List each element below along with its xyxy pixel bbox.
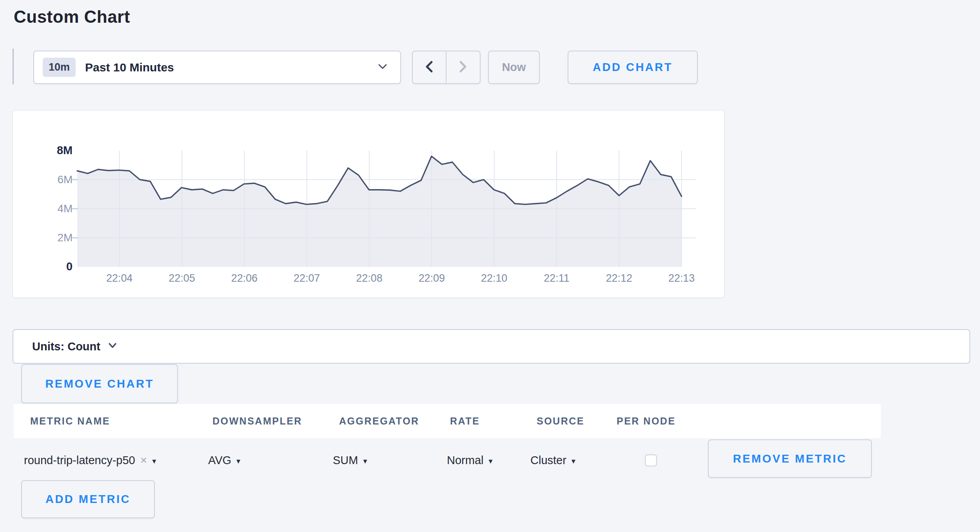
- per-node-cell: [645, 438, 657, 482]
- x-axis-tick-label: 22:04: [106, 272, 132, 284]
- y-axis-tick-label: 8M: [57, 144, 73, 157]
- x-axis-tick-label: 22:10: [481, 272, 507, 284]
- y-axis-tick-label: 4M: [57, 202, 73, 215]
- chevron-down-icon: [377, 63, 388, 72]
- remove-chart-button[interactable]: REMOVE CHART: [21, 364, 178, 403]
- column-header-downsampler: DOWNSAMPLER: [212, 404, 302, 438]
- dropdown-arrow-icon: ▾: [236, 457, 240, 465]
- units-select[interactable]: Units: Count: [13, 329, 970, 364]
- column-header-per-node: PER NODE: [617, 404, 676, 438]
- metric-name-dropdown[interactable]: round-trip-latency-p50 × ▾: [24, 438, 156, 482]
- chevron-right-icon: [457, 59, 469, 76]
- source-value: Cluster: [530, 454, 566, 467]
- rate-value: Normal: [447, 454, 483, 467]
- clear-metric-icon[interactable]: ×: [140, 454, 147, 466]
- y-axis-tick-label: 2M: [57, 231, 73, 244]
- dropdown-arrow-icon: ▾: [488, 457, 492, 465]
- chevron-down-icon: [107, 342, 118, 351]
- dropdown-arrow-icon: ▾: [572, 457, 575, 465]
- custom-chart-page: Custom Chart 10m Past 10 Minutes Now ADD…: [0, 0, 980, 532]
- column-header-source: SOURCE: [537, 404, 584, 438]
- time-range-badge: 10m: [43, 58, 76, 77]
- x-axis-tick-label: 22:11: [544, 272, 569, 284]
- series-area-fill: [77, 156, 682, 267]
- downsampler-value: AVG: [208, 454, 231, 467]
- aggregator-dropdown[interactable]: SUM ▾: [333, 438, 367, 482]
- timeseries-chart[interactable]: 8M6M4M2M022:0422:0522:0622:0722:0822:092…: [13, 111, 724, 297]
- aggregator-value: SUM: [333, 454, 358, 467]
- add-metric-button[interactable]: ADD METRIC: [21, 480, 155, 518]
- x-axis-tick-label: 22:12: [606, 272, 632, 284]
- source-dropdown[interactable]: Cluster ▾: [530, 438, 575, 482]
- chart-card: 8M6M4M2M022:0422:0522:0622:0722:0822:092…: [13, 110, 724, 298]
- column-header-aggregator: AGGREGATOR: [339, 404, 419, 438]
- column-header-metric-name: METRIC NAME: [30, 404, 110, 438]
- y-axis-tick-label: 6M: [57, 173, 73, 186]
- metric-name-label: round-trip-latency-p50: [24, 454, 135, 467]
- x-axis-tick-label: 22:06: [231, 272, 258, 284]
- add-chart-button[interactable]: ADD CHART: [568, 51, 698, 84]
- chevron-left-icon: [423, 59, 436, 76]
- page-title: Custom Chart: [14, 7, 130, 27]
- time-range-label: Past 10 Minutes: [85, 61, 174, 74]
- y-axis-tick-label: 0: [66, 260, 73, 273]
- units-label: Units: Count: [32, 340, 100, 353]
- time-range-select[interactable]: 10m Past 10 Minutes: [33, 51, 401, 84]
- prev-button[interactable]: [413, 51, 446, 83]
- column-header-rate: RATE: [450, 404, 480, 438]
- per-node-checkbox[interactable]: [645, 454, 657, 466]
- toolbar-accent-divider: [13, 49, 14, 84]
- x-axis-tick-label: 22:13: [668, 272, 695, 284]
- x-axis-tick-label: 22:09: [419, 272, 445, 284]
- now-button[interactable]: Now: [488, 51, 540, 84]
- next-button[interactable]: [446, 51, 480, 83]
- remove-metric-button[interactable]: REMOVE METRIC: [708, 439, 872, 478]
- dropdown-arrow-icon: ▾: [363, 457, 367, 465]
- x-axis-tick-label: 22:07: [294, 272, 320, 284]
- metrics-table-header: METRIC NAME DOWNSAMPLER AGGREGATOR RATE …: [14, 404, 881, 438]
- time-window-pager: [412, 51, 481, 84]
- x-axis-tick-label: 22:05: [169, 272, 195, 284]
- rate-dropdown[interactable]: Normal ▾: [447, 438, 493, 482]
- downsampler-dropdown[interactable]: AVG ▾: [208, 438, 240, 482]
- dropdown-arrow-icon: ▾: [152, 457, 156, 465]
- x-axis-tick-label: 22:08: [356, 272, 382, 284]
